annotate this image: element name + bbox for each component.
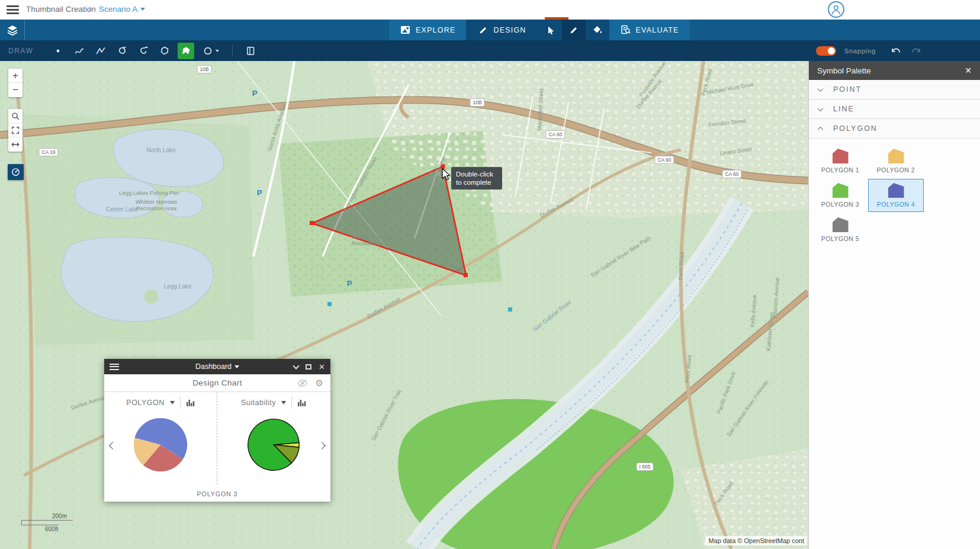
fullscreen-button[interactable] [8, 123, 23, 137]
draw-toolbar: DRAW [0, 40, 980, 61]
polyline-tool[interactable] [92, 43, 109, 59]
plan-tool[interactable] [242, 43, 259, 59]
symbol-polygon-4[interactable]: POLYGON 4 [868, 179, 924, 212]
symbol-palette-panel: Symbol Palette ✕ POINT LINE POLYGON POLY… [808, 61, 980, 549]
autocomplete-freehand-icon [138, 46, 149, 56]
redo-icon[interactable] [910, 46, 922, 56]
maximize-icon [306, 364, 311, 370]
scenario-dropdown[interactable]: Scenario A [99, 5, 145, 14]
polygon-2-swatch [888, 149, 904, 163]
zoom-controls: + − [8, 69, 23, 97]
polygon-1-swatch [833, 149, 849, 163]
point-icon [53, 46, 63, 56]
layers-icon [7, 24, 18, 36]
design-chart-title: Design Chart [192, 378, 242, 387]
search-button[interactable] [8, 109, 23, 123]
chevron-down-icon[interactable] [281, 401, 286, 404]
snapping-toggle[interactable] [816, 46, 836, 56]
point-tool[interactable] [50, 43, 66, 59]
freehand-polygon-tool[interactable] [114, 43, 130, 59]
tab-explore[interactable]: EXPLORE [389, 20, 466, 40]
settings-gear-icon[interactable]: ⚙ [316, 379, 323, 388]
polygon-tool[interactable] [156, 43, 173, 59]
evaluate-icon [620, 24, 631, 36]
dashboard-titlebar[interactable]: Dashboard ✕ [104, 359, 330, 374]
search-icon [11, 111, 20, 121]
circle-tool[interactable] [199, 43, 223, 59]
bar-chart-icon[interactable] [186, 399, 195, 407]
symbol-polygon-1[interactable]: POLYGON 1 [812, 145, 868, 178]
explore-icon [400, 24, 411, 36]
fill-tool-button[interactable] [586, 20, 609, 40]
dashboard-menu-icon[interactable] [110, 364, 119, 370]
undo-icon[interactable] [890, 46, 902, 56]
visibility-off-icon[interactable] [297, 379, 308, 387]
user-avatar[interactable] [828, 1, 844, 18]
symbol-palette-title: Symbol Palette [817, 66, 871, 75]
collapse-button[interactable] [294, 365, 298, 368]
chevron-down-icon [140, 8, 145, 11]
freehand-line-icon [74, 46, 85, 56]
tab-design-label: DESIGN [493, 26, 526, 34]
symbol-polygon-5[interactable]: POLYGON 5 [812, 213, 868, 246]
polygon-4-swatch [888, 183, 904, 198]
freehand-line-tool[interactable] [71, 43, 88, 59]
pie-chart-suitability[interactable] [246, 417, 301, 473]
tab-design[interactable]: DESIGN [466, 20, 538, 40]
toolbar-divider [232, 45, 233, 57]
draw-tool-button[interactable] [562, 20, 586, 40]
dashboard-title: Dashboard [195, 362, 232, 371]
section-point[interactable]: POINT [809, 80, 980, 99]
polygon-5-swatch [833, 217, 849, 232]
polygon-3-swatch [833, 183, 849, 198]
map-tools [8, 109, 23, 152]
mode-nav-bar: EXPLORE DESIGN [0, 20, 980, 40]
tab-evaluate[interactable]: EVALUATE [609, 20, 690, 40]
chevron-down-icon [818, 105, 824, 111]
cursor-icon [545, 25, 555, 36]
select-tool-button[interactable] [538, 20, 562, 40]
section-line[interactable]: LINE [809, 99, 980, 119]
chart-field-select[interactable]: POLYGON [126, 399, 164, 407]
gauge-icon [11, 167, 21, 177]
plan-icon [245, 46, 256, 56]
dashboard-window[interactable]: Dashboard ✕ Design Chart ⚙ POLYGON [104, 359, 330, 502]
close-icon[interactable]: ✕ [965, 66, 972, 75]
autocomplete-freehand-tool[interactable] [135, 43, 152, 59]
measure-icon [11, 140, 20, 149]
circle-icon [203, 46, 213, 56]
chart-panel-left: POLYGON [104, 392, 217, 484]
snapping-label: Snapping [844, 47, 876, 54]
chart-carousel: POLYGON Suitability [104, 392, 330, 484]
divider [180, 397, 181, 409]
basemap-explorer-button[interactable] [8, 164, 24, 180]
chevron-down-icon [234, 365, 239, 368]
divider [291, 397, 292, 409]
autocomplete-polygon-tool[interactable] [178, 43, 194, 59]
section-polygon[interactable]: POLYGON [809, 119, 980, 139]
active-tool-indicator [545, 17, 568, 20]
person-icon [829, 2, 843, 17]
pencil-icon [478, 25, 489, 36]
symbol-polygon-2[interactable]: POLYGON 2 [868, 145, 924, 178]
symbol-polygon-3[interactable]: POLYGON 3 [812, 179, 868, 212]
chart-field-select[interactable]: Suitability [241, 399, 276, 407]
app-menu-icon[interactable] [7, 5, 19, 14]
chevron-down-icon[interactable] [170, 401, 175, 404]
polygon-icon [159, 46, 170, 56]
freehand-polygon-icon [117, 46, 127, 56]
breadcrumb-separator: / [89, 5, 91, 14]
autocomplete-polygon-icon [181, 46, 191, 56]
layers-button[interactable] [0, 20, 25, 40]
maximize-button[interactable] [306, 364, 311, 370]
breadcrumb: Thumbnail Creation [26, 5, 96, 14]
close-button[interactable]: ✕ [319, 362, 325, 371]
tab-explore-label: EXPLORE [416, 26, 455, 34]
bar-chart-icon[interactable] [297, 399, 306, 407]
zoom-out-button[interactable]: − [8, 83, 23, 97]
fullscreen-icon [11, 126, 20, 135]
chevron-down-icon[interactable] [216, 50, 219, 52]
zoom-in-button[interactable]: + [8, 69, 23, 83]
pie-chart-polygon[interactable] [133, 417, 188, 473]
measure-button[interactable] [8, 137, 23, 152]
